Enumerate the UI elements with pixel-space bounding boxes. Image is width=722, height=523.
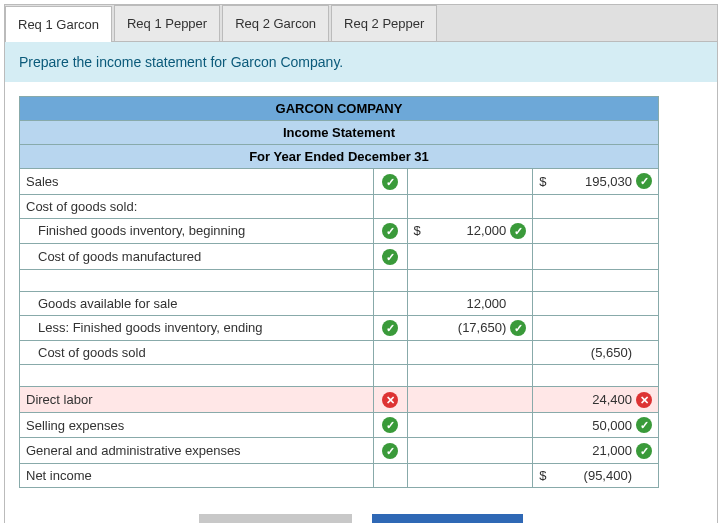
mark-sales: ✓ <box>374 169 407 195</box>
spacer-cell[interactable] <box>20 269 374 291</box>
x-icon: ✕ <box>636 392 652 408</box>
row-cogs-header: Cost of goods sold: <box>20 194 659 218</box>
check-icon: ✓ <box>382 174 398 190</box>
company-name: GARCON COMPANY <box>20 97 659 121</box>
table-area: GARCON COMPANY Income Statement For Year… <box>5 82 717 502</box>
currency-symbol: $ <box>539 468 546 483</box>
value-ga: 21,000 <box>539 443 636 458</box>
label-net[interactable]: Net income <box>20 463 374 487</box>
row-fg-begin: Finished goods inventory, beginning ✓ $ … <box>20 218 659 244</box>
label-fg-begin[interactable]: Finished goods inventory, beginning <box>20 218 374 244</box>
statement-title: Income Statement <box>20 121 659 145</box>
row-spacer-2 <box>20 365 659 387</box>
amt2-selling[interactable]: 50,000✓ <box>533 412 659 438</box>
label-cogs[interactable]: Cost of goods sold <box>20 341 374 365</box>
amt1-sales[interactable] <box>407 169 533 195</box>
check-icon: ✓ <box>382 320 398 336</box>
row-sales: Sales ✓ $ 195,030 ✓ <box>20 169 659 195</box>
tab-req1-garcon[interactable]: Req 1 Garcon <box>5 6 112 42</box>
tab-bar: Req 1 Garcon Req 1 Pepper Req 2 Garcon R… <box>5 5 717 42</box>
value-gafs: 12,000 <box>414 296 511 311</box>
check-icon: ✓ <box>382 249 398 265</box>
currency-symbol: $ <box>414 223 421 238</box>
value-fg-begin: 12,000 <box>421 223 511 238</box>
amt2-direct-labor[interactable]: 24,400✕ <box>533 387 659 413</box>
check-icon: ✓ <box>636 173 652 189</box>
check-icon: ✓ <box>382 223 398 239</box>
row-ga: General and administrative expenses ✓ 21… <box>20 438 659 464</box>
mark-fg-end: ✓ <box>374 315 407 341</box>
mark-cogm: ✓ <box>374 244 407 270</box>
row-cogm: Cost of goods manufactured ✓ <box>20 244 659 270</box>
label-cogm[interactable]: Cost of goods manufactured <box>20 244 374 270</box>
value-fg-end: (17,650) <box>414 320 511 335</box>
nav-buttons: ❮ Req 1 Garcon Req 1 Pepper ❯ <box>5 502 717 523</box>
label-gafs[interactable]: Goods available for sale <box>20 291 374 315</box>
amt1-fg-begin[interactable]: $ 12,000 ✓ <box>407 218 533 244</box>
amt1-selling[interactable] <box>407 412 533 438</box>
row-selling: Selling expenses ✓ 50,000✓ <box>20 412 659 438</box>
check-icon: ✓ <box>636 443 652 459</box>
next-button[interactable]: Req 1 Pepper ❯ <box>372 514 523 523</box>
mark-fg-begin: ✓ <box>374 218 407 244</box>
mark-direct-labor: ✕ <box>374 387 407 413</box>
label-selling[interactable]: Selling expenses <box>20 412 374 438</box>
value-direct-labor: 24,400 <box>539 392 636 407</box>
amt1-ga[interactable] <box>407 438 533 464</box>
value-sales: 195,030 <box>546 174 636 189</box>
amt2-net[interactable]: $ (95,400) <box>533 463 659 487</box>
amt2-gafs[interactable] <box>533 291 659 315</box>
mark-selling: ✓ <box>374 412 407 438</box>
value-selling: 50,000 <box>539 418 636 433</box>
amt1-cogm[interactable] <box>407 244 533 270</box>
label-sales[interactable]: Sales <box>20 169 374 195</box>
amt2-ga[interactable]: 21,000✓ <box>533 438 659 464</box>
tab-req2-pepper[interactable]: Req 2 Pepper <box>331 5 437 41</box>
label-fg-end[interactable]: Less: Finished goods inventory, ending <box>20 315 374 341</box>
income-statement-table: GARCON COMPANY Income Statement For Year… <box>19 96 659 488</box>
check-icon: ✓ <box>510 223 526 239</box>
period: For Year Ended December 31 <box>20 145 659 169</box>
row-fg-end: Less: Finished goods inventory, ending ✓… <box>20 315 659 341</box>
worksheet-container: Req 1 Garcon Req 1 Pepper Req 2 Garcon R… <box>4 4 718 523</box>
label-ga[interactable]: General and administrative expenses <box>20 438 374 464</box>
row-gafs: Goods available for sale 12,000 <box>20 291 659 315</box>
check-icon: ✓ <box>510 320 526 336</box>
currency-symbol: $ <box>539 174 546 189</box>
amt2-cogm[interactable] <box>533 244 659 270</box>
amt2-fg-end[interactable] <box>533 315 659 341</box>
amt2-fg-begin[interactable] <box>533 218 659 244</box>
check-icon: ✓ <box>382 443 398 459</box>
tab-req2-garcon[interactable]: Req 2 Garcon <box>222 5 329 41</box>
value-cogs: (5,650) <box>539 345 636 360</box>
x-icon: ✕ <box>382 392 398 408</box>
label-direct-labor[interactable]: Direct labor <box>20 387 374 413</box>
amt1-direct-labor[interactable] <box>407 387 533 413</box>
row-spacer-1 <box>20 269 659 291</box>
check-icon: ✓ <box>382 417 398 433</box>
amt1-gafs[interactable]: 12,000 <box>407 291 533 315</box>
amt2-sales[interactable]: $ 195,030 ✓ <box>533 169 659 195</box>
row-direct-labor: Direct labor ✕ 24,400✕ <box>20 387 659 413</box>
amt1-fg-end[interactable]: (17,650)✓ <box>407 315 533 341</box>
tab-req1-pepper[interactable]: Req 1 Pepper <box>114 5 220 41</box>
amt1-cogs[interactable] <box>407 341 533 365</box>
amt2-cogs[interactable]: (5,650) <box>533 341 659 365</box>
amt1-net[interactable] <box>407 463 533 487</box>
spacer-cell[interactable] <box>20 365 374 387</box>
prev-button[interactable]: ❮ Req 1 Garcon <box>199 514 352 523</box>
row-cogs: Cost of goods sold (5,650) <box>20 341 659 365</box>
label-cogs-header[interactable]: Cost of goods sold: <box>20 194 374 218</box>
mark-ga: ✓ <box>374 438 407 464</box>
check-icon: ✓ <box>636 417 652 433</box>
instruction-text: Prepare the income statement for Garcon … <box>5 42 717 82</box>
value-net: (95,400) <box>546 468 636 483</box>
row-net: Net income $ (95,400) <box>20 463 659 487</box>
